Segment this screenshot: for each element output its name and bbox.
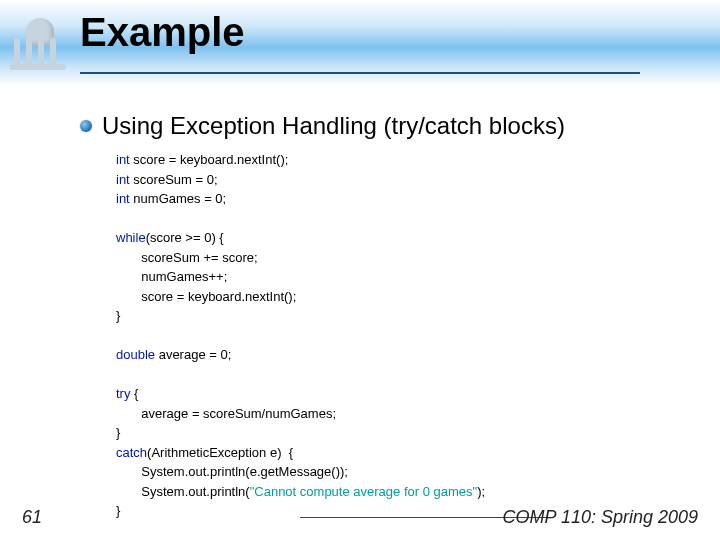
code-text: average = scoreSum/numGames; xyxy=(141,406,336,421)
code-text: scoreSum = 0; xyxy=(130,172,218,187)
unc-rotunda-logo xyxy=(8,14,72,70)
slide: Example Using Exception Handling (try/ca… xyxy=(0,0,720,540)
keyword: int xyxy=(116,191,130,206)
title-underline xyxy=(80,72,640,74)
footer: 61 COMP 110: Spring 2009 xyxy=(0,504,720,530)
page-number: 61 xyxy=(22,507,42,528)
code-text: System.out.println( xyxy=(141,484,249,499)
code-text: ); xyxy=(477,484,485,499)
code-text: { xyxy=(130,386,138,401)
code-text: score = keyboard.nextInt(); xyxy=(141,289,296,304)
code-text: average = 0; xyxy=(155,347,231,362)
code-text: scoreSum += score; xyxy=(141,250,257,265)
string-literal: "Cannot compute average for 0 games" xyxy=(250,484,477,499)
code-text: numGames++; xyxy=(141,269,227,284)
keyword: while xyxy=(116,230,146,245)
slide-title: Example xyxy=(80,10,245,55)
code-block: int score = keyboard.nextInt(); int scor… xyxy=(116,150,660,521)
course-label: COMP 110: Spring 2009 xyxy=(503,507,698,528)
code-text: System.out.println(e.getMessage()); xyxy=(141,464,348,479)
code-text: } xyxy=(116,425,120,440)
code-text: (ArithmeticException e) { xyxy=(147,445,293,460)
code-text: } xyxy=(116,308,120,323)
bullet-line: Using Exception Handling (try/catch bloc… xyxy=(80,112,680,140)
keyword: double xyxy=(116,347,155,362)
code-text: (score >= 0) { xyxy=(146,230,224,245)
code-text: numGames = 0; xyxy=(130,191,226,206)
bullet-icon xyxy=(80,120,92,132)
slide-subtitle: Using Exception Handling (try/catch bloc… xyxy=(102,112,565,140)
keyword: try xyxy=(116,386,130,401)
keyword: int xyxy=(116,152,130,167)
code-text: score = keyboard.nextInt(); xyxy=(130,152,289,167)
keyword: catch xyxy=(116,445,147,460)
keyword: int xyxy=(116,172,130,187)
